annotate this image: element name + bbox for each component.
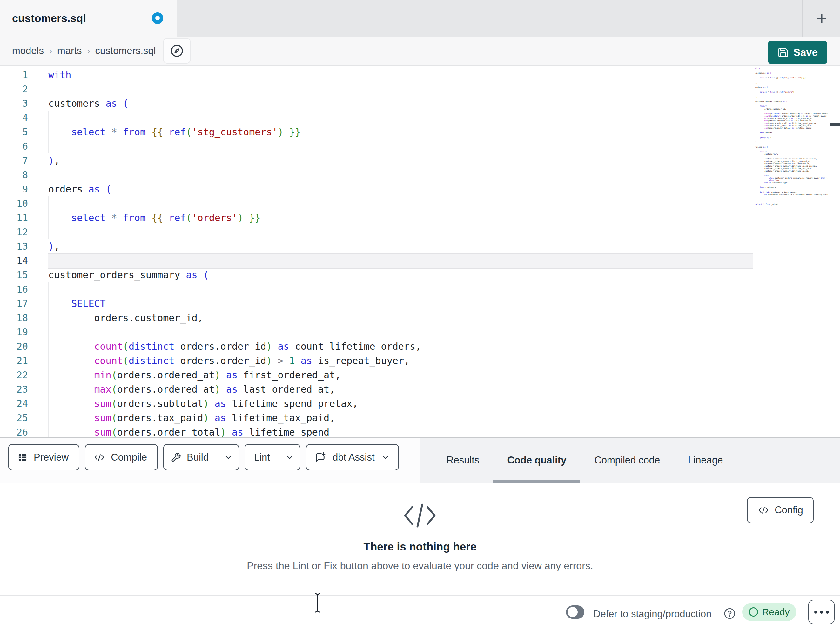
minimap-line: SELECT	[755, 105, 828, 108]
lineage-compass-button[interactable]	[163, 38, 191, 63]
chevron-down-icon	[224, 453, 233, 462]
breadcrumb-file[interactable]: customers.sql	[95, 45, 156, 57]
code-line[interactable]	[48, 196, 753, 210]
code-line[interactable]	[48, 82, 753, 96]
code-line[interactable]: sum(orders.tax_paid) as lifetime_tax_pai…	[48, 411, 753, 425]
tab-compiled-code[interactable]: Compiled code	[580, 438, 674, 482]
gutter-line-number: 16	[0, 282, 47, 296]
lint-button[interactable]: Lint	[245, 445, 279, 470]
minimap-line: customers as (	[755, 72, 828, 74]
code-line[interactable]: count(distinct orders.order_id) > 1 as i…	[48, 354, 753, 368]
dbt-cloud-ide: customers.sql + models › marts › custome…	[0, 0, 840, 628]
help-icon[interactable]	[724, 607, 736, 619]
minimap-line: orders as (	[755, 86, 828, 89]
minimap-line	[755, 139, 828, 141]
code-line[interactable]: min(orders.ordered_at) as first_ordered_…	[48, 368, 753, 382]
code-line[interactable]	[48, 111, 753, 125]
breadcrumb-separator: ›	[49, 46, 52, 56]
code-line[interactable]	[48, 139, 753, 153]
minimap-line	[755, 98, 828, 101]
code-line[interactable]: customer_orders_summary as (	[48, 268, 753, 282]
code-line[interactable]	[48, 325, 753, 339]
gutter-line-number: 20	[0, 339, 47, 354]
code-line[interactable]: SELECT	[48, 296, 753, 311]
panel-tabs: Results Code quality Compiled code Linea…	[420, 438, 840, 482]
gutter-line-number: 14	[0, 253, 47, 268]
code-line[interactable]: sum(orders.order_total) as lifetime_spen…	[48, 425, 753, 437]
lint-dropdown-button[interactable]	[279, 445, 300, 470]
minimap-line	[755, 70, 828, 72]
tab-code-quality[interactable]: Code quality	[493, 438, 580, 482]
minimap-content: withcustomers as ( select * from {{ ref(…	[755, 67, 828, 205]
empty-state-title: There is nothing here	[0, 540, 840, 553]
more-options-button[interactable]	[808, 600, 835, 624]
build-dropdown-button[interactable]	[218, 445, 238, 470]
minimap-line: group by 1	[755, 136, 828, 139]
gutter-line-number: 5	[0, 125, 47, 139]
code-line[interactable]: with	[48, 68, 753, 82]
toolbar-buttons: Preview Compile Build	[8, 444, 399, 470]
minimap-line: select * from {{ ref('stg_customers') }}	[755, 77, 828, 79]
status-bar: Defer to staging/production Ready	[0, 596, 840, 628]
code-line[interactable]	[48, 253, 753, 268]
minimap-divider	[829, 66, 829, 437]
minimap-line: on customers.customer_id = customer_orde…	[755, 193, 828, 196]
minimap-line: case	[755, 174, 828, 177]
table-icon	[17, 452, 28, 463]
code-line[interactable]: orders.customer_id,	[48, 311, 753, 325]
code-line[interactable]	[48, 168, 753, 182]
minimap-line: sum(orders.subtotal) as lifetime_spend_p…	[755, 122, 828, 125]
gutter-line-number: 24	[0, 396, 47, 411]
code-line[interactable]: orders as (	[48, 182, 753, 196]
save-button[interactable]: Save	[768, 41, 827, 64]
breadcrumb-marts[interactable]: marts	[57, 45, 82, 57]
code-line[interactable]: sum(orders.subtotal) as lifetime_spend_p…	[48, 396, 753, 411]
minimap-line	[755, 196, 828, 198]
minimap-line: else 'new'	[755, 179, 828, 182]
sql-code-editor[interactable]: 1234567891011121314151617181920212223242…	[0, 66, 840, 437]
gutter-line-number: 19	[0, 325, 47, 339]
breadcrumb-bar: models › marts › customers.sql Save	[0, 36, 840, 66]
file-tab-customers-sql[interactable]: customers.sql	[0, 0, 177, 36]
minimap-line: select * from {{ ref('orders') }}	[755, 91, 828, 93]
gutter-line-number: 8	[0, 168, 47, 182]
scrollbar-thumb[interactable]	[829, 123, 840, 127]
code-line[interactable]: customers as (	[48, 96, 753, 111]
minimap-line: customer_orders_summary.count_lifetime_o…	[755, 158, 828, 160]
breadcrumb-models[interactable]: models	[12, 45, 44, 57]
minimap-line: count(distinct orders.order_id) > 1 as i…	[755, 115, 828, 117]
code-line[interactable]: ),	[48, 239, 753, 253]
minimap-line	[755, 79, 828, 82]
floppy-icon	[777, 47, 789, 58]
tab-results[interactable]: Results	[433, 438, 493, 482]
config-button[interactable]: Config	[747, 497, 814, 523]
gutter-line-number: 23	[0, 382, 47, 396]
minimap-line: select	[755, 150, 828, 153]
build-button[interactable]: Build	[164, 445, 218, 470]
gutter-line-number: 9	[0, 182, 47, 196]
defer-toggle[interactable]	[566, 606, 584, 619]
chevron-down-icon	[285, 453, 294, 462]
defer-label: Defer to staging/production	[593, 608, 711, 620]
tab-lineage[interactable]: Lineage	[674, 438, 737, 482]
code-line[interactable]	[48, 225, 753, 239]
gutter-line-number: 18	[0, 311, 47, 325]
code-line[interactable]: ),	[48, 153, 753, 168]
code-line[interactable]: select * from {{ ref('stg_customers') }}	[48, 125, 753, 139]
build-split-button: Build	[163, 444, 239, 470]
code-line[interactable]: select * from {{ ref('orders') }}	[48, 210, 753, 225]
new-tab-button[interactable]: +	[810, 6, 834, 30]
code-line[interactable]	[48, 282, 753, 296]
gutter-line-number: 15	[0, 268, 47, 282]
gutter-line-number: 4	[0, 111, 47, 125]
dbt-assist-button[interactable]: dbt Assist	[306, 444, 399, 470]
code-line[interactable]: max(orders.ordered_at) as last_ordered_a…	[48, 382, 753, 396]
code-line[interactable]: count(distinct orders.order_id) as count…	[48, 339, 753, 354]
compile-button[interactable]: Compile	[85, 444, 158, 470]
code-lines[interactable]: withcustomers as ( select * from {{ ref(…	[48, 68, 753, 437]
preview-label: Preview	[32, 452, 71, 463]
gutter-line-number: 21	[0, 354, 47, 368]
gutter-line-number: 6	[0, 139, 47, 153]
minimap[interactable]: withcustomers as ( select * from {{ ref(…	[755, 67, 828, 435]
preview-button[interactable]: Preview	[8, 444, 79, 470]
